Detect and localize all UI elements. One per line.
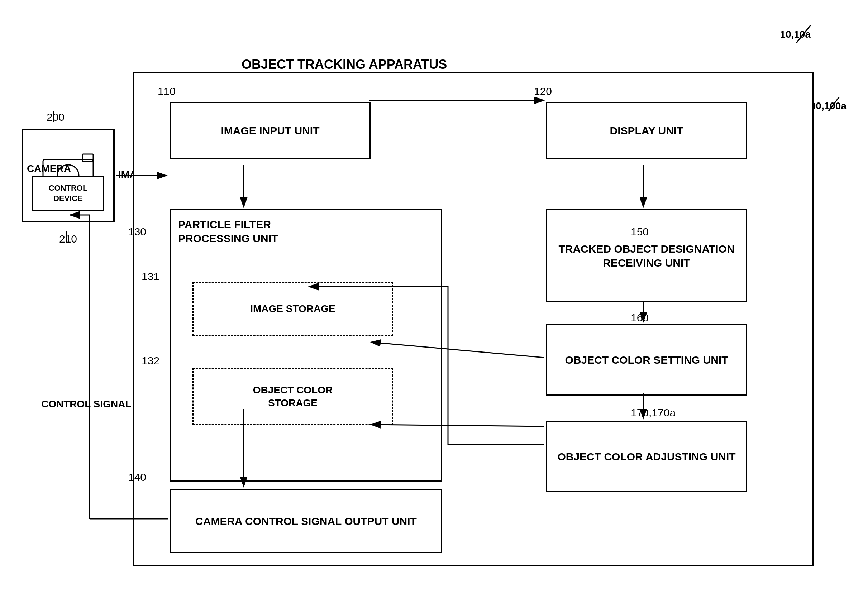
ref-160: 160 (631, 312, 649, 324)
display-unit-block: DISPLAY UNIT (546, 102, 747, 159)
control-device-box: CONTROLDEVICE (32, 176, 104, 212)
image-input-unit-block: IMAGE INPUT UNIT (170, 102, 371, 159)
ref-170: 170,170a (631, 407, 676, 419)
ref-210-arrow (56, 229, 77, 247)
tracked-object-block: TRACKED OBJECT DESIGNATION RECEIVING UNI… (546, 209, 747, 302)
main-box: OBJECT TRACKING APPARATUS IMAGE INPUT UN… (133, 72, 814, 566)
ref-arrow-top (789, 22, 832, 50)
main-box-title: OBJECT TRACKING APPARATUS (241, 57, 447, 72)
control-device-label: CONTROLDEVICE (49, 183, 88, 204)
object-color-setting-block: OBJECT COLOR SETTING UNIT (546, 324, 747, 396)
control-signal-label: CONTROL SIGNAL (41, 398, 131, 411)
object-color-adjusting-block: OBJECT COLOR ADJUSTING UNIT (546, 421, 747, 492)
camera-label: CAMERA (27, 163, 71, 175)
svg-line-1 (829, 97, 839, 111)
image-storage-block: IMAGE STORAGE (192, 282, 393, 336)
ref-132: 132 (142, 355, 159, 367)
ref-arrow-main (825, 93, 854, 114)
ref-200-arrow (43, 109, 65, 127)
ref-130: 130 (128, 226, 146, 238)
object-color-storage-block: OBJECT COLORSTORAGE (192, 368, 393, 425)
ref-120: 120 (534, 85, 552, 97)
ref-140: 140 (128, 471, 146, 483)
ref-110: 110 (158, 85, 176, 97)
svg-line-0 (796, 25, 811, 43)
camera-control-signal-block: CAMERA CONTROL SIGNAL OUTPUT UNIT (170, 489, 442, 553)
ref-150: 150 (631, 226, 649, 238)
svg-rect-4 (82, 154, 93, 161)
ref-131: 131 (142, 271, 159, 283)
diagram: 10,10a 100,100a CAMERA 200 CONTROLDEVICE… (0, 0, 868, 603)
particle-filter-label: PARTICLE FILTERPROCESSING UNIT (178, 218, 278, 246)
particle-filter-block: PARTICLE FILTERPROCESSING UNIT IMAGE STO… (170, 209, 442, 482)
